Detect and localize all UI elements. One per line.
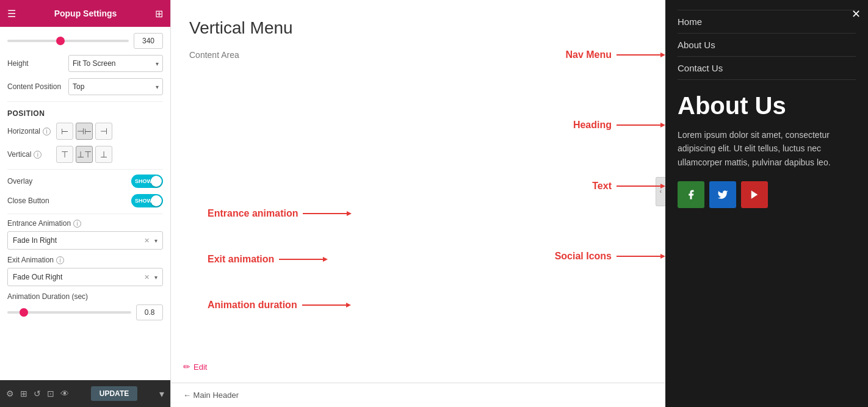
overlay-row: Overlay SHOW [7,175,163,188]
close-button-toggle[interactable]: SHOW [131,194,163,207]
svg-marker-3 [323,257,328,262]
vertical-top-btn[interactable]: ⊤ [56,146,73,163]
divider-2 [7,169,163,170]
entrance-animation-info-icon: i [73,220,81,228]
about-heading: About Us [678,92,856,120]
duration-annotation-label: Animation duration [208,300,297,311]
exit-animation-label: Exit Animation i [7,256,163,264]
overlay-label: Overlay [7,177,131,185]
height-select[interactable]: Fit To Screen ▾ [68,55,163,72]
grid-icon[interactable]: ⊞ [155,8,163,20]
entrance-animation-chevron-icon: ▾ [154,237,157,244]
svg-marker-1 [347,211,352,216]
overlay-toggle[interactable]: SHOW [131,175,163,188]
facebook-icon[interactable] [678,181,704,208]
middle-content: Vertical Menu Content Area Entrance anim… [171,0,665,407]
animation-duration-thumb[interactable] [20,308,28,317]
collapse-button[interactable]: ‹ [656,177,665,206]
entrance-animation-label: Entrance Animation i [7,219,163,228]
horizontal-label: Horizontal i [7,127,56,135]
back-link[interactable]: ← Main Header [183,391,239,400]
social-icons [678,181,856,208]
content-position-row: Content Position Top ▾ [7,78,163,95]
close-button-toggle-text: SHOW [135,198,152,204]
overlay-toggle-text: SHOW [135,178,152,184]
entrance-animation-value: Fade In Right [13,236,57,245]
vertical-info-icon: i [34,151,42,159]
edit-icon: ✏ [183,362,190,372]
update-button[interactable]: UPDATE [91,386,137,401]
settings-icon[interactable]: ⚙ [6,389,14,398]
vertical-middle-btn[interactable]: ⊥⊤ [76,146,93,163]
animation-duration-label: Animation Duration (sec) [7,292,163,301]
edit-button[interactable]: ✏ Edit [183,362,207,372]
expand-icon[interactable]: ▾ [159,388,164,400]
animation-duration-row: 0.8 [7,304,163,320]
nav-item-home[interactable]: Home [678,10,856,34]
close-button-row: Close Button SHOW [7,194,163,207]
divider-3 [7,214,163,214]
svg-marker-6 [751,190,758,199]
entrance-annotation: Entrance animation [208,207,359,220]
content-position-select[interactable]: Top ▾ [68,78,163,95]
horizontal-info-icon: i [43,128,51,135]
content-position-chevron-icon: ▾ [156,84,159,90]
height-select-value: Fit To Screen [73,59,115,68]
exit-animation-select[interactable]: Fade Out Right ✕ ▾ [7,268,163,286]
youtube-icon[interactable] [741,181,768,208]
hamburger-icon[interactable]: ☰ [7,8,16,20]
exit-animation-chevron-icon: ▾ [154,274,157,281]
exit-annotation-label: Exit animation [208,254,274,265]
exit-annotation-arrow [274,253,335,265]
right-nav: Home About Us Contact Us [665,0,868,80]
vertical-label: Vertical i [7,150,56,159]
content-area-label: Content Area [189,50,647,60]
content-position-value: Top [73,82,84,91]
close-button-toggle-knob [151,195,162,206]
animation-duration-value: 0.8 [136,304,163,320]
exit-animation-value: Fade Out Right [13,273,62,281]
animation-duration-slider[interactable] [7,311,131,314]
position-section-title: Position [7,109,163,118]
horizontal-center-btn[interactable]: ⊣⊢ [76,123,93,140]
horizontal-left-btn[interactable]: ⊢ [56,123,73,140]
close-button-label: Close Button [7,196,131,205]
middle-footer: ← Main Header [171,383,665,407]
vertical-bottom-btn[interactable]: ⊥ [95,146,112,163]
exit-annotation: Exit animation [208,253,335,265]
height-label: Height [7,59,68,68]
entrance-animation-clear-btn[interactable]: ✕ [144,237,150,245]
vertical-row: Vertical i ⊤ ⊥⊤ ⊥ [7,146,163,163]
horizontal-row: Horizontal i ⊢ ⊣⊢ ⊣ [7,123,163,140]
horizontal-btn-group: ⊢ ⊣⊢ ⊣ [56,123,112,140]
horizontal-right-btn[interactable]: ⊣ [95,123,112,140]
height-row: Height Fit To Screen ▾ [7,55,163,72]
exit-animation-info-icon: i [56,256,64,264]
size-slider-track[interactable] [7,40,129,42]
about-body-text: Lorem ipsum dolor sit amet, consectetur … [678,128,856,169]
edit-area: ✏ Edit [183,362,207,372]
bottom-bar: ⚙ ⊞ ↺ ⊡ 👁 UPDATE ▾ [0,380,170,407]
nav-item-contact[interactable]: Contact Us [678,57,856,80]
page-title: Vertical Menu [189,18,647,38]
panel-body: 340 Height Fit To Screen ▾ Content Posit… [0,27,170,380]
left-panel: ☰ Popup Settings ⊞ 340 Height Fit To Scr… [0,0,171,407]
entrance-animation-select[interactable]: Fade In Right ✕ ▾ [7,231,163,250]
layers-icon[interactable]: ⊞ [20,389,27,398]
duration-annotation: Animation duration [208,299,358,311]
svg-marker-5 [346,303,351,308]
history-icon[interactable]: ↺ [34,389,41,398]
vertical-btn-group: ⊤ ⊥⊤ ⊥ [56,146,112,163]
size-slider-row: 340 [7,33,163,49]
exit-animation-clear-btn[interactable]: ✕ [144,273,150,281]
size-slider-thumb[interactable] [56,37,65,45]
preview-icon[interactable]: 👁 [60,389,69,398]
overlay-toggle-knob [151,176,162,187]
close-button[interactable]: ✕ [852,7,861,21]
responsive-icon[interactable]: ⊡ [47,389,54,398]
bottom-icons: ⚙ ⊞ ↺ ⊡ 👁 [6,389,69,398]
nav-item-about[interactable]: About Us [678,34,856,57]
content-position-label: Content Position [7,82,68,91]
twitter-icon[interactable] [709,181,736,208]
middle-inner: Vertical Menu Content Area Entrance anim… [171,0,665,383]
